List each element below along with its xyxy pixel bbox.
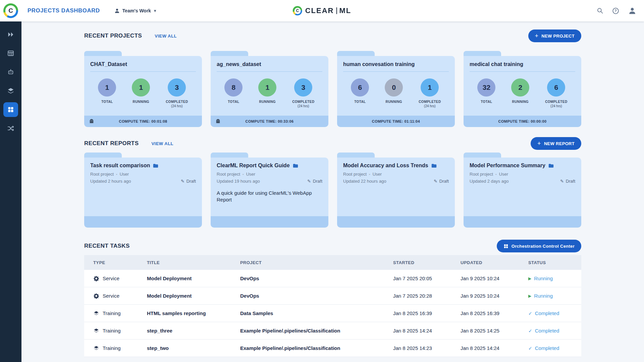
task-type: Service [103,293,119,299]
workspace-selector[interactable]: Team's Work ▾ [114,8,156,14]
status-badge: ✓ Completed [528,345,581,351]
folder-icon [431,164,437,168]
training-icon [93,328,99,334]
orchestration-control-center-button[interactable]: Orchestration Control Center [497,240,581,252]
main-content: RECENT PROJECTS VIEW ALL + NEW PROJECT C… [21,21,644,362]
report-updated: Updated 22 hours ago [343,179,386,184]
status-badge: ✓ Completed [528,310,581,316]
task-started: Jan 8 2025 16:39 [393,310,461,316]
report-card[interactable]: Model Performance Summary Root project ●… [464,153,581,228]
report-card-body: Model Accuracy and Loss Trends Root proj… [337,158,455,216]
new-project-button[interactable]: + NEW PROJECT [528,29,581,42]
stat-running: 0 RUNNING [385,78,403,108]
project-card[interactable]: medical chat training 32 TOTAL 2 RUNNING… [464,51,581,127]
report-card-body: Model Performance Summary Root project ●… [464,158,581,216]
svg-text:?: ? [614,9,616,13]
new-report-label: NEW REPORT [544,141,575,146]
help-button[interactable]: ? [612,7,619,14]
stat-running: 1 RUNNING [258,78,276,108]
pencil-icon: ✎ [560,179,564,184]
sidebar-item-apps[interactable] [3,65,18,79]
task-type: Service [103,276,119,281]
chevron-down-icon: ▾ [154,8,156,13]
table-row[interactable]: Training step_two Example Pipeline/.pipe… [84,340,581,357]
top-header: C PROJECTS DASHBOARD Team's Work ▾ C CLE… [0,0,644,21]
running-count: 0 [385,78,403,97]
completed-period-label: (24 hrs) [550,104,562,108]
dot-separator: ● [369,173,370,175]
stat-total: 8 TOTAL [224,78,243,108]
report-status: ✎Draft [181,179,196,184]
new-project-label: NEW PROJECT [541,34,575,39]
project-name: human convesation training [343,61,449,72]
sidebar-item-datasets[interactable] [3,46,18,61]
datasets-icon [7,50,14,57]
sidebar-item-dashboard[interactable] [3,102,18,117]
stat-completed: 3 COMPLETED (24 hrs) [166,78,188,108]
check-icon: ✓ [528,311,532,316]
search-button[interactable] [597,7,603,14]
total-count: 32 [477,78,495,97]
report-card-footer [84,216,202,228]
dot-separator: ● [495,173,497,175]
project-card-body: medical chat training 32 TOTAL 2 RUNNING… [464,56,581,116]
sidebar-item-pipelines[interactable] [3,83,18,98]
training-icon [93,345,99,351]
avatar-icon [628,6,637,15]
report-card[interactable]: Model Accuracy and Loss Trends Root proj… [337,153,455,228]
task-updated: Jan 8 2025 14:24 [461,345,528,351]
task-status: Completed [535,345,559,351]
folder-icon [153,164,158,168]
task-updated: Jan 8 2025 16:39 [461,310,528,316]
completed-period-label: (24 hrs) [424,104,435,108]
play-icon: ▶ [528,277,531,281]
table-row[interactable]: Training HTML samples reporting Data Sam… [84,305,581,322]
task-type: Training [103,310,121,316]
report-card-footer [464,216,581,228]
task-project: Example Pipeline/.pipelines/Classificati… [240,328,393,334]
report-card[interactable]: Task result comparison Root project ● Us… [84,153,202,228]
project-card[interactable]: ag_news_dataset 8 TOTAL 1 RUNNING 3 COMP [211,51,328,127]
recent-tasks-title: RECENT TASKS [84,243,130,249]
task-title: step_two [147,345,240,351]
project-card[interactable]: CHAT_Dataset 1 TOTAL 1 RUNNING 3 COMPLET [84,51,202,127]
project-card[interactable]: human convesation training 6 TOTAL 0 RUN… [337,51,455,127]
orchestration-label: Orchestration Control Center [512,244,575,249]
robot-icon [7,68,14,76]
completed-label: COMPLETED [292,100,314,104]
task-title: HTML samples reporting [147,310,240,316]
report-updated: Updated 2 days ago [470,179,508,184]
profile-button[interactable] [628,6,637,15]
table-row[interactable]: Service Model Deployment DevOps Jan 7 20… [84,287,581,305]
project-card-body: human convesation training 6 TOTAL 0 RUN… [337,56,455,116]
sidebar-item-workers[interactable] [3,121,18,136]
stat-completed: 6 COMPLETED (24 hrs) [545,78,567,108]
folder-tab [84,153,122,158]
table-row[interactable]: Training step_three Example Pipeline/.pi… [84,322,581,340]
status-badge: ▶ Running [528,293,581,299]
task-project: DevOps [240,276,393,281]
report-card[interactable]: ClearML Report Quick Guide Root project … [211,153,328,228]
report-description: A quick guide for using ClearML's WebApp… [217,190,322,203]
dashboard-grid-icon [7,106,14,113]
running-label: RUNNING [512,100,529,104]
total-label: TOTAL [101,100,113,104]
clearml-logo-icon[interactable]: C [3,3,18,18]
sidebar-item-projects[interactable] [3,27,18,42]
stat-completed: 1 COMPLETED (24 hrs) [419,78,441,108]
total-label: TOTAL [228,100,239,104]
table-header: TYPE TITLE PROJECT STARTED UPDATED STATU… [84,255,581,270]
report-status: ✎Draft [434,179,449,184]
view-all-reports-link[interactable]: VIEW ALL [151,141,173,146]
pencil-icon: ✎ [181,179,184,184]
folder-tab [464,51,501,56]
table-row[interactable]: Service Model Deployment DevOps Jan 7 20… [84,270,581,287]
running-count: 1 [132,78,150,97]
new-report-button[interactable]: + NEW REPORT [531,137,581,150]
report-user: User [373,172,382,177]
view-all-projects-link[interactable]: VIEW ALL [155,34,177,39]
folder-tab [337,51,375,56]
workers-queues-icon [7,125,14,132]
compute-time: COMPUTE TIME: 00:33:06 [246,119,294,123]
completed-label: COMPLETED [545,100,567,104]
